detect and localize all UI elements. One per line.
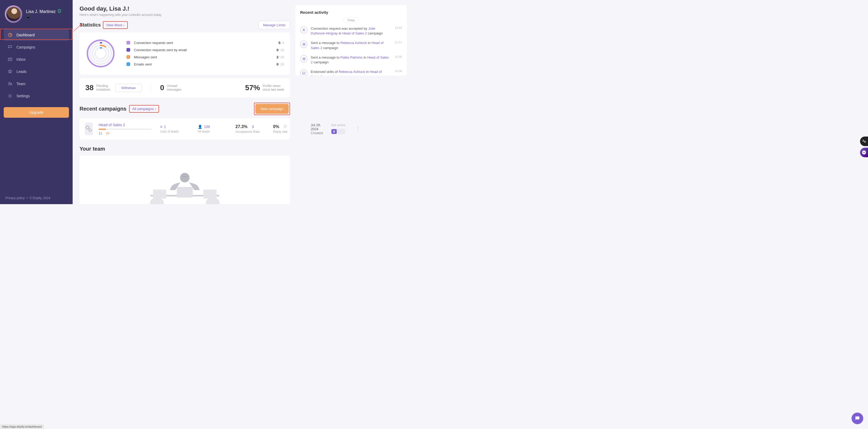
upgrade-button[interactable]: Upgrade [4, 107, 69, 118]
annotation-new-campaign-highlight: New campaign [254, 102, 290, 115]
stat-row: Emails sent0/ 20 [126, 62, 284, 66]
manage-limits-button[interactable]: Manage Limits [258, 21, 290, 29]
activity-item[interactable]: Endorsed skills of Rebecca Ashlock in He… [300, 69, 402, 75]
stat-row: Connection requests sent by email0/ 20 [126, 48, 284, 52]
stat-label: Messages sent [134, 55, 273, 59]
metrics-row: 38 Pendinginvitations Withdraw 0 Unreadm… [80, 78, 290, 97]
sidebar-item-campaigns[interactable]: Campaigns [4, 41, 69, 53]
activity-user-icon [300, 26, 308, 34]
settings-icon [7, 93, 13, 99]
svg-point-26 [303, 29, 305, 30]
svg-point-30 [303, 59, 304, 59]
privacy-link[interactable]: Privacy policy [5, 196, 25, 200]
statistics-card: Connection requests sent5/ 5Connection r… [80, 32, 290, 74]
stat-label: Connection requests sent by email [134, 48, 273, 52]
activity-time: 10:39 [395, 55, 402, 65]
copyright: © Dripify, 2024 [29, 196, 50, 200]
dashboard-icon [7, 32, 13, 38]
new-campaign-button[interactable]: New campaign [255, 104, 289, 114]
limits-donut-chart [85, 38, 116, 69]
svg-rect-23 [203, 190, 217, 198]
pending-count: 38 [85, 84, 94, 92]
stat-label: Connection requests sent [134, 41, 275, 45]
page-subtitle: Here's what's happening with your Linked… [80, 13, 290, 17]
activity-item[interactable]: Sent a message to Rebecca Ashlock in Hea… [300, 40, 402, 50]
svg-rect-22 [153, 190, 166, 198]
sidebar-item-leads[interactable]: Leads [4, 66, 69, 78]
avatar[interactable] [5, 5, 22, 23]
svg-point-2 [9, 83, 10, 84]
team-icon [7, 81, 13, 86]
svg-point-27 [303, 44, 304, 44]
activity-time: 10:08 [395, 69, 402, 75]
sidebar-item-label: Dashboard [17, 33, 35, 37]
activity-check-icon [300, 69, 308, 75]
info-icon[interactable]: ⓘ [284, 124, 287, 129]
sidebar-item-label: Settings [17, 94, 30, 98]
stat-total: / 5 [280, 41, 284, 45]
withdraw-button[interactable]: Withdraw [115, 84, 142, 92]
team-heading: Your team [80, 146, 290, 152]
svg-point-33 [303, 72, 305, 75]
sidebar-item-inbox[interactable]: Inbox [4, 54, 69, 65]
svg-point-32 [304, 59, 305, 59]
activity-msg-icon [300, 40, 308, 48]
activity-person-link[interactable]: Rebecca Ashlock [339, 70, 365, 74]
stat-total: / 20 [278, 55, 284, 59]
activity-item[interactable]: Connection request was accepted by Julie… [300, 26, 402, 36]
campaign-icon [85, 122, 93, 135]
person-icon: 👤 [198, 125, 202, 129]
main: Good day, Lisa J.! Here's what's happeni… [73, 0, 413, 204]
view-more-link[interactable]: View More › [103, 21, 128, 29]
stat-value: 5 [278, 41, 280, 45]
stat-total: / 20 [278, 48, 284, 52]
statistics-heading: Statistics [80, 22, 101, 28]
stat-row: Messages sent2/ 20 [126, 55, 284, 59]
svg-rect-15 [333, 130, 334, 132]
device-icon: 📱 [26, 14, 30, 19]
activity-heading: Recent activity [300, 10, 402, 14]
inbox-icon [7, 57, 13, 62]
sidebar-item-settings[interactable]: Settings [4, 90, 69, 102]
recent-activity-card: Recent activity Today Connection request… [296, 5, 407, 75]
stat-row: Connection requests sent5/ 5 [126, 41, 284, 45]
sidebar-footer: Privacy policy • © Dripify, 2024 [4, 194, 69, 202]
list-icon: ≡ [160, 125, 162, 129]
sidebar-item-label: Inbox [17, 57, 26, 62]
sidebar-item-label: Leads [17, 69, 27, 74]
activity-time: 11:11 [395, 40, 402, 50]
sidebar-item-dashboard[interactable]: Dashboard [4, 29, 69, 41]
stat-label: Emails sent [134, 62, 273, 66]
activity-person-link[interactable]: Rebecca Ashlock [340, 41, 367, 45]
campaign-active-toggle[interactable] [331, 129, 346, 134]
campaign-title[interactable]: Head of Sales 2 [99, 123, 154, 127]
stat-dot [126, 48, 130, 52]
campaigns-heading: Recent campaigns [80, 106, 126, 112]
svg-point-11 [95, 48, 106, 59]
stat-dot [126, 62, 130, 66]
profile-name: Lisa J. Martinez [26, 9, 56, 14]
profile-views-pct: 57% [245, 84, 260, 92]
shield-icon [57, 9, 62, 14]
activity-person-link[interactable]: Pablo Palmino [340, 55, 363, 59]
sidebar: Lisa J. Martinez 📱 DashboardCampaignsInb… [0, 0, 73, 204]
team-card: You have not yet added team members [80, 156, 290, 204]
page-title: Good day, Lisa J.! [80, 5, 290, 12]
unread-count: 0 [160, 84, 164, 92]
stat-total: / 20 [278, 62, 284, 66]
svg-point-14 [89, 129, 91, 131]
svg-point-6 [88, 40, 114, 67]
svg-point-3 [10, 83, 12, 84]
all-campaigns-link[interactable]: All campaigns › [129, 105, 159, 113]
activity-msg-icon [300, 55, 308, 63]
campaign-row[interactable]: Head of Sales 2 1189 ≡1 Lists of leads 👤… [80, 118, 290, 140]
sidebar-item-team[interactable]: Team [4, 78, 69, 90]
campaign-progress [99, 129, 152, 130]
greeting: Good day, Lisa J.! Here's what's happeni… [80, 5, 290, 17]
profile-block[interactable]: Lisa J. Martinez 📱 [4, 5, 69, 23]
sidebar-item-label: Team [17, 82, 26, 86]
sidebar-item-label: Campaigns [17, 45, 35, 49]
activity-date-badge: Today [343, 17, 359, 23]
activity-campaign-link[interactable]: Head of Sales 2 [342, 31, 367, 35]
activity-item[interactable]: Sent a message to Pablo Palmino in Head … [300, 55, 402, 65]
